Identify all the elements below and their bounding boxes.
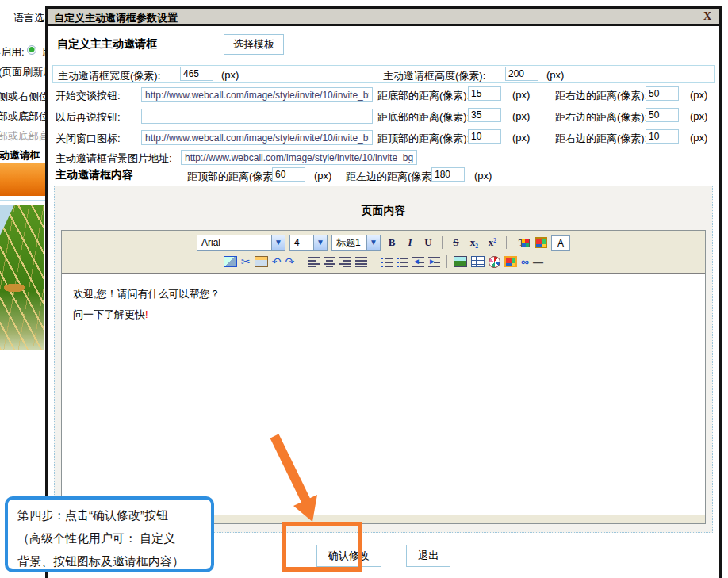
close-icon-url-input[interactable] — [141, 130, 373, 145]
toolbar-separator — [446, 255, 447, 268]
later-button-row: 以后再说按钮: 距底部的距离(像素): (px) 距右边的距离(像素): (px… — [52, 107, 718, 128]
invite-box-tab-fragment: 主动邀请框 — [0, 148, 40, 163]
right-distance-label: 距右边的距离(像素): — [555, 89, 647, 103]
top-distance-label: 距顶部的距离(像素): — [377, 132, 469, 146]
right-distance-label: 距右边的距离(像素): — [555, 132, 647, 146]
align-left-icon[interactable] — [308, 257, 320, 267]
font-family-select[interactable]: Arial▼ — [197, 235, 285, 251]
content-left-distance-input[interactable] — [431, 167, 465, 182]
align-justify-icon[interactable] — [355, 257, 367, 267]
content-top-distance-label: 距顶部的距离(像素): — [187, 170, 279, 184]
editor-toolbar: Arial▼ 4▼ 标题1▼ B I U S x2 x2 T A — [62, 231, 705, 273]
callout-line-1: 第四步：点击“确认修改”按钮 — [17, 503, 201, 526]
bold-button[interactable]: B — [385, 236, 399, 249]
right-distance-input[interactable] — [646, 86, 679, 101]
page-content-header: 页面内容 — [55, 186, 712, 218]
bottom-distance-input[interactable] — [468, 86, 501, 101]
refresh-note-fragment: (页面刷新后 — [0, 65, 45, 79]
chevron-down-icon: ▼ — [313, 235, 327, 250]
superscript-2: 2 — [493, 237, 496, 244]
topbottom-height-fragment: 顶部或底部高 — [0, 129, 45, 144]
insert-table-icon[interactable] — [471, 256, 485, 267]
divider — [0, 200, 45, 201]
highlight-color-button[interactable] — [535, 237, 547, 248]
later-button-url-input[interactable] — [141, 109, 373, 124]
toolbar-separator — [301, 255, 301, 268]
top-distance-input[interactable] — [468, 129, 501, 144]
chevron-down-icon: ▼ — [366, 235, 380, 250]
align-right-icon[interactable] — [339, 257, 351, 267]
cut-icon[interactable]: ✂ — [241, 255, 251, 268]
content-top-distance-input[interactable] — [272, 167, 305, 182]
dialog-titlebar[interactable]: 自定义主动邀请框参数设置 X — [48, 9, 719, 26]
editor-line-2-text: 问一下了解更快 — [73, 308, 145, 320]
start-chat-button-row: 开始交谈按钮: 距底部的距离(像素): (px) 距右边的距离(像素): (px… — [52, 86, 718, 107]
align-center-icon[interactable] — [324, 257, 335, 267]
chevron-down-icon: ▼ — [271, 235, 285, 250]
editor-line-2-exclamation: ! — [145, 308, 148, 320]
height-input[interactable] — [505, 67, 538, 81]
font-size-value: 4 — [294, 237, 300, 248]
px-unit: (px) — [314, 170, 331, 182]
undo-icon[interactable]: ↶ — [272, 255, 282, 268]
lang-select-fragment: 语言选 — [13, 11, 44, 25]
px-unit: (px) — [690, 110, 707, 122]
background-image-url-input[interactable] — [181, 150, 417, 165]
radio-button-icon[interactable] — [27, 45, 36, 55]
width-input[interactable] — [180, 67, 213, 81]
px-unit: (px) — [512, 110, 530, 122]
toolbar-separator — [442, 236, 443, 249]
background-image-label: 主动邀请框背景图片地址: — [56, 151, 172, 166]
indent-icon[interactable] — [428, 257, 440, 267]
rich-text-editor: Arial▼ 4▼ 标题1▼ B I U S x2 x2 T A — [61, 230, 706, 524]
background-page-column: 语言选 不启用: 启 (页面刷新后 左侧或右侧位 顶部或底部位 顶部或底部高 主… — [0, 0, 45, 578]
section-title: 自定义主主动邀请框 — [57, 37, 157, 52]
right-distance-label: 距右边的距离(像素): — [555, 110, 647, 124]
paste-icon[interactable] — [255, 256, 268, 267]
px-unit: (px) — [221, 69, 239, 81]
page-content-panel: 页面内容 Arial▼ 4▼ 标题1▼ B I U S x2 x2 — [54, 186, 713, 533]
editor-line-2: 问一下了解更快! — [73, 304, 694, 325]
right-distance-input[interactable] — [646, 108, 679, 122]
strikethrough-button[interactable]: S — [449, 236, 463, 249]
paragraph-style-select[interactable]: 标题1▼ — [331, 235, 381, 251]
right-distance-input[interactable] — [646, 129, 679, 144]
start-chat-label: 开始交谈按钮: — [56, 89, 121, 103]
bottom-distance-label: 距底部的距离(像素): — [377, 110, 469, 124]
numbered-list-icon[interactable] — [381, 257, 393, 267]
bottom-distance-label: 距底部的距离(像素): — [377, 89, 469, 103]
redo-icon[interactable]: ↷ — [285, 255, 294, 268]
start-chat-url-input[interactable] — [141, 87, 373, 102]
editor-line-1: 欢迎,您！请问有什么可以帮您？ — [73, 284, 694, 304]
dialog-title: 自定义主动邀请框参数设置 — [54, 11, 178, 25]
size-row: 主动邀请框宽度(像素): (px) 主动邀请框高度(像素): (px) — [52, 65, 715, 83]
px-unit: (px) — [474, 170, 492, 182]
content-section-title: 主动邀请框内容 — [56, 168, 133, 182]
exit-button[interactable]: 退出 — [406, 545, 450, 567]
font-size-select[interactable]: 4▼ — [289, 235, 328, 251]
outdent-icon[interactable] — [412, 257, 424, 267]
superscript-button[interactable]: x2 — [485, 236, 500, 249]
insert-link-icon[interactable]: ∞ — [521, 255, 529, 268]
copy-icon[interactable] — [224, 256, 237, 267]
insert-image-icon[interactable] — [454, 256, 467, 267]
close-icon[interactable]: X — [703, 10, 711, 23]
font-family-value: Arial — [201, 237, 220, 248]
wheat-photo — [0, 205, 44, 350]
italic-button[interactable]: I — [403, 236, 417, 249]
height-label: 主动邀请框高度(像素): — [383, 69, 485, 83]
confirm-modify-button[interactable]: 确认修改 — [316, 545, 381, 567]
insert-flash-icon[interactable] — [504, 256, 517, 267]
subscript-button[interactable]: x2 — [467, 236, 481, 250]
width-label: 主动邀请框宽度(像素): — [58, 69, 160, 83]
toolbar-separator — [506, 236, 507, 249]
text-color-button[interactable]: T — [513, 236, 531, 249]
bulleted-list-icon[interactable] — [397, 257, 408, 267]
underline-button[interactable]: U — [421, 236, 435, 249]
editor-content-area[interactable]: 欢迎,您！请问有什么可以帮您？ 问一下了解更快! — [62, 273, 705, 515]
choose-template-button[interactable]: 选择模板 — [224, 34, 284, 55]
horizontal-rule-icon[interactable]: — — [533, 256, 543, 268]
font-dialog-button[interactable]: A — [551, 235, 570, 251]
bottom-distance-input[interactable] — [468, 108, 501, 122]
emoticon-icon[interactable] — [489, 256, 500, 268]
